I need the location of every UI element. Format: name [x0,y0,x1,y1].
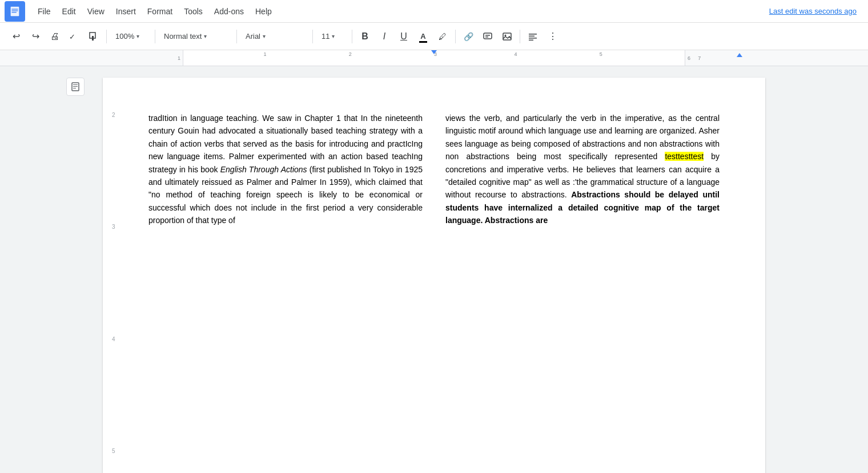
page-columns: tradItion in language teaching. We saw i… [148,112,720,227]
link-icon: 🔗 [464,32,473,41]
toolbar-divider-6 [455,30,456,43]
ruler-mark-5: 5 [600,51,602,57]
more-options-button[interactable]: ⋮ [543,27,561,46]
page: 2 3 4 5 tradItion in language teaching. … [103,78,765,473]
app-icon [5,1,25,22]
ruler-mark-4: 4 [514,51,517,57]
line-markers: 2 3 4 5 [112,112,115,454]
align-icon [528,31,538,42]
ruler-marker-bottom [737,53,742,57]
right-column[interactable]: views the verb, and particularly the ver… [445,112,720,227]
paint-format-button[interactable] [85,27,103,46]
redo-button[interactable]: ↪ [26,27,45,46]
toolbar-divider-1 [106,30,107,43]
image-icon [502,31,512,42]
underline-button[interactable]: U [395,27,413,46]
zoom-select[interactable]: 100% ▾ [110,27,151,46]
print-button[interactable]: 🖨 [46,27,64,46]
font-select[interactable]: Arial ▾ [240,27,309,46]
toolbar-divider-2 [155,30,155,43]
svg-rect-0 [11,6,19,16]
font-size-value: 11 [322,32,329,41]
svg-rect-3 [12,11,17,12]
svg-rect-15 [529,39,533,41]
page-area: 2 3 4 5 tradItion in language teaching. … [0,66,868,473]
svg-rect-18 [73,86,78,87]
size-arrow-icon: ▾ [332,33,335,39]
doc-content[interactable]: 2 3 4 5 tradItion in language teaching. … [91,66,777,473]
line-num-5: 5 [112,448,115,454]
style-value: Normal text [164,32,202,41]
ruler-line: 1 2 3 4 5 [183,50,685,66]
bold-abstractions: Abstractions should be delayed until stu… [445,190,720,225]
right-column-text: views the verb, and particularly the ver… [445,112,720,227]
svg-rect-2 [12,10,18,11]
svg-rect-8 [485,35,490,36]
left-column-text: tradItion in language teaching. We saw i… [148,112,423,227]
italic-button[interactable]: I [375,27,393,46]
font-value: Arial [246,32,260,41]
undo-button[interactable]: ↩ [7,27,25,46]
svg-rect-7 [484,33,492,39]
ruler: 1 1 2 3 4 5 6 7 [0,50,868,66]
menu-edit[interactable]: Edit [57,5,82,18]
toolbar-divider-3 [236,30,237,43]
svg-rect-12 [529,34,537,35]
highlighted-word: testtesttest [665,152,704,161]
toolbar-divider-5 [352,30,352,43]
svg-point-11 [505,34,507,36]
menu-addons[interactable]: Add-ons [208,5,250,18]
svg-rect-9 [485,37,488,38]
zoom-arrow-icon: ▾ [136,33,139,39]
spellcheck-button[interactable]: ✓ [65,27,83,46]
highlight-icon: 🖊 [439,32,447,41]
menu-file[interactable]: File [32,5,57,18]
italic-title: English Through Actions [220,165,307,174]
line-num-2: 2 [112,112,115,118]
left-sidebar [0,66,91,473]
bold-button[interactable]: B [356,27,374,46]
svg-text:✓: ✓ [69,33,75,41]
font-arrow-icon: ▾ [263,33,266,39]
font-size-select[interactable]: 11 ▾ [316,27,348,46]
align-button[interactable] [524,27,542,46]
comment-button[interactable] [479,27,497,46]
left-column[interactable]: tradItion in language teaching. We saw i… [148,112,423,227]
menu-insert[interactable]: Insert [110,5,142,18]
style-select[interactable]: Normal text ▾ [159,27,233,46]
toolbar-divider-4 [312,30,313,43]
text-color-icon: A [420,32,425,41]
svg-rect-6 [92,36,94,41]
menu-bar: File Edit View Insert Format Tools Add-o… [0,0,868,23]
toolbar: ↩ ↪ 🖨 ✓ 100% ▾ Normal text ▾ Arial ▾ 11 … [0,23,868,50]
last-edit-status[interactable]: Last edit was seconds ago [769,7,863,15]
text-color-button[interactable]: A [414,27,432,46]
toolbar-divider-7 [520,30,520,43]
zoom-value: 100% [115,32,134,41]
ruler-mark-1: 1 [263,51,266,57]
menu-tools[interactable]: Tools [178,5,208,18]
right-sidebar [777,66,868,473]
color-bar-icon [419,41,427,43]
menu-help[interactable]: Help [250,5,278,18]
ruler-marker-top [431,50,437,54]
line-num-3: 3 [112,224,115,230]
menu-format[interactable]: Format [142,5,178,18]
svg-rect-17 [73,84,78,85]
style-arrow-icon: ▾ [204,33,207,39]
link-button[interactable]: 🔗 [459,27,477,46]
comment-icon [483,31,493,42]
more-icon: ⋮ [548,31,556,42]
line-num-4: 4 [112,336,115,342]
document-outline-icon[interactable] [66,78,85,96]
ruler-mark-2: 2 [349,51,352,57]
svg-rect-19 [73,88,76,88]
svg-rect-13 [529,35,535,37]
svg-rect-1 [12,9,18,9]
svg-rect-14 [529,38,537,39]
highlight-button[interactable]: 🖊 [433,27,452,46]
image-button[interactable] [498,27,516,46]
menu-view[interactable]: View [82,5,110,18]
